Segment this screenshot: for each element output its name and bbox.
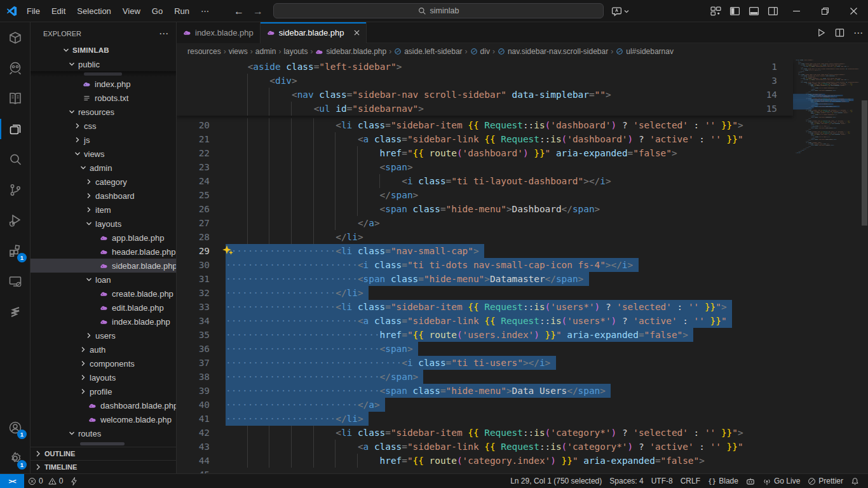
- breadcrumb-nav-sidebar-nav-scroll-sidebar[interactable]: nav.sidebar-nav.scroll-sidebar: [498, 47, 608, 56]
- restore-button[interactable]: [811, 0, 839, 22]
- code-line-29[interactable]: ····················<li class="nav-small…: [226, 244, 868, 258]
- explorer-more-actions[interactable]: ⋯: [159, 28, 168, 39]
- status-crlf[interactable]: CRLF: [677, 474, 704, 488]
- breadcrumb-ul-sidebarnav[interactable]: ul#sidebarnav: [616, 47, 674, 56]
- code-line-43[interactable]: <a class="sidebar-link {{ Request::is('c…: [226, 440, 868, 454]
- code-line-32[interactable]: ····················</li>: [226, 286, 868, 300]
- code-line-41[interactable]: ····················</li>: [226, 412, 868, 426]
- status-spaces-4[interactable]: Spaces: 4: [606, 474, 647, 488]
- tree-item-robots-txt[interactable]: robots.txt: [31, 91, 176, 105]
- code-content[interactable]: <li class="sidebar-item {{ Request::is('…: [226, 60, 793, 473]
- run-debug-icon[interactable]: [0, 205, 31, 236]
- lightning-indicator[interactable]: [67, 474, 81, 488]
- remote-indicator[interactable]: ><: [0, 474, 24, 488]
- package-icon[interactable]: [0, 22, 31, 53]
- status-bell[interactable]: [847, 474, 863, 488]
- close-button[interactable]: [839, 0, 868, 22]
- code-line-44[interactable]: href="{{ route('category.index') }}" ari…: [226, 454, 868, 468]
- extensions-icon[interactable]: 1: [0, 236, 31, 266]
- account-icon[interactable]: 1: [0, 412, 31, 443]
- status-ln-29-col-1-750-selected-[interactable]: Ln 29, Col 1 (750 selected): [506, 474, 606, 488]
- status-blade[interactable]: {}Blade: [704, 474, 742, 488]
- status-prettier[interactable]: Prettier: [804, 474, 847, 488]
- minimap[interactable]: <aside class="left-sidebar"> <!-- ------…: [793, 60, 861, 473]
- tree-item-siminlab[interactable]: SIMINLAB: [31, 43, 176, 57]
- breadcrumb-admin[interactable]: admin: [255, 47, 276, 56]
- code-line-33[interactable]: ····················<li class="sidebar-i…: [226, 300, 868, 314]
- explorer-icon[interactable]: [0, 114, 31, 144]
- status-robot[interactable]: [742, 474, 759, 488]
- code-line-30[interactable]: ························<i class="ti ti-…: [226, 258, 868, 272]
- tree-item-layouts[interactable]: layouts: [31, 217, 176, 231]
- settings-icon[interactable]: 1: [0, 443, 31, 473]
- tree-item-public[interactable]: public: [31, 57, 176, 71]
- timeline-section[interactable]: TIMELINE: [31, 460, 176, 473]
- s-logo-icon[interactable]: [0, 297, 31, 327]
- code-line-27[interactable]: </a>: [226, 216, 868, 230]
- tree-item-auth[interactable]: auth: [31, 342, 176, 356]
- code-line-40[interactable]: ························</a>: [226, 398, 868, 412]
- code-line-20[interactable]: <li class="sidebar-item {{ Request::is('…: [226, 118, 868, 132]
- tree-item-loan[interactable]: loan: [31, 273, 176, 287]
- tree-item-sidebar-blade-php[interactable]: sidebar.blade.php: [31, 259, 176, 273]
- menu-run[interactable]: Run: [168, 0, 195, 22]
- tree-item-users[interactable]: users: [31, 329, 176, 342]
- code-line-39[interactable]: ····························<span class=…: [226, 384, 868, 398]
- tree-item-welcome-blade-php[interactable]: welcome.blade.php: [31, 412, 176, 426]
- code-line-45[interactable]: [226, 468, 868, 473]
- menu-overflow[interactable]: ⋯: [195, 0, 215, 22]
- code-line-38[interactable]: ····························</span>: [226, 370, 868, 384]
- toggle-panel-icon[interactable]: [749, 6, 759, 17]
- tree-item-components[interactable]: components: [31, 356, 176, 370]
- tree-item-item[interactable]: item: [31, 203, 176, 217]
- problems-indicator[interactable]: 0 0: [24, 474, 67, 488]
- customize-layout-icon[interactable]: [710, 6, 721, 17]
- tree-item-edit-blade-php[interactable]: edit.blade.php: [31, 301, 176, 315]
- minimize-button[interactable]: [782, 0, 811, 22]
- menu-edit[interactable]: Edit: [46, 0, 71, 22]
- editor-scrollbar[interactable]: [861, 60, 868, 473]
- status-go-live[interactable]: Go Live: [759, 474, 804, 488]
- tree-item-admin[interactable]: admin: [31, 161, 176, 175]
- tree-item-header-blade-php[interactable]: header.blade.php: [31, 245, 176, 259]
- breadcrumb-div[interactable]: div: [470, 47, 490, 56]
- code-line-37[interactable]: ································<i class…: [226, 356, 868, 370]
- copilot-menu[interactable]: [611, 0, 630, 22]
- code-line-31[interactable]: ························<span class="hid…: [226, 272, 868, 286]
- tree-item-app-blade-php[interactable]: app.blade.php: [31, 231, 176, 245]
- breadcrumb-aside-left-sidebar[interactable]: aside.left-sidebar: [394, 47, 462, 56]
- tree-item-dashboard-blade-php[interactable]: dashboard.blade.php: [31, 398, 176, 412]
- code-line-34[interactable]: ························<a class="sideba…: [226, 314, 868, 328]
- sticky-scroll[interactable]: <aside class="left-sidebar">1 <div>3 <na…: [177, 60, 793, 116]
- breadcrumb-layouts[interactable]: layouts: [283, 47, 308, 56]
- tree-item-dashboard[interactable]: dashboard: [31, 189, 176, 203]
- code-line-35[interactable]: ····························href="{{ rou…: [226, 328, 868, 342]
- tree-item-index-blade-php[interactable]: index.blade.php: [31, 315, 176, 329]
- breadcrumb-resources[interactable]: resources: [187, 47, 221, 56]
- book-icon[interactable]: [0, 83, 31, 114]
- scrollbar-thumb[interactable]: [862, 100, 867, 226]
- toggle-secondary-sidebar-icon[interactable]: [768, 6, 778, 17]
- menu-view[interactable]: View: [117, 0, 146, 22]
- tab-sidebar-blade-php[interactable]: sidebar.blade.php: [261, 22, 367, 43]
- tree-item-views[interactable]: views: [31, 147, 176, 161]
- code-editor[interactable]: 2021222324252627282930313233343536373839…: [177, 60, 868, 473]
- code-line-26[interactable]: <span class="hide-menu">Dashboard</span>: [226, 202, 868, 216]
- outline-section[interactable]: OUTLINE: [31, 447, 176, 460]
- menu-file[interactable]: File: [21, 0, 46, 22]
- run-button[interactable]: [817, 28, 826, 37]
- tree-item-routes[interactable]: routes: [31, 426, 176, 440]
- forward-arrow-icon[interactable]: →: [253, 6, 263, 17]
- code-line-36[interactable]: ····························<span>: [226, 342, 868, 356]
- assistant-icon[interactable]: [0, 53, 31, 83]
- more-actions-button[interactable]: ⋯: [853, 27, 863, 39]
- breadcrumb-views[interactable]: views: [229, 47, 248, 56]
- code-line-22[interactable]: href="{{ route('dashboard') }}" aria-exp…: [226, 146, 868, 160]
- tree-item-js[interactable]: js: [31, 133, 176, 147]
- tab-index-blade-php[interactable]: index.blade.php: [177, 22, 261, 43]
- remote-preview-icon[interactable]: [0, 266, 31, 297]
- tree-item-category[interactable]: category: [31, 175, 176, 189]
- tree-item-index-php[interactable]: index.php: [31, 77, 176, 91]
- code-line-25[interactable]: </span>: [226, 188, 868, 202]
- code-line-23[interactable]: <span>: [226, 160, 868, 174]
